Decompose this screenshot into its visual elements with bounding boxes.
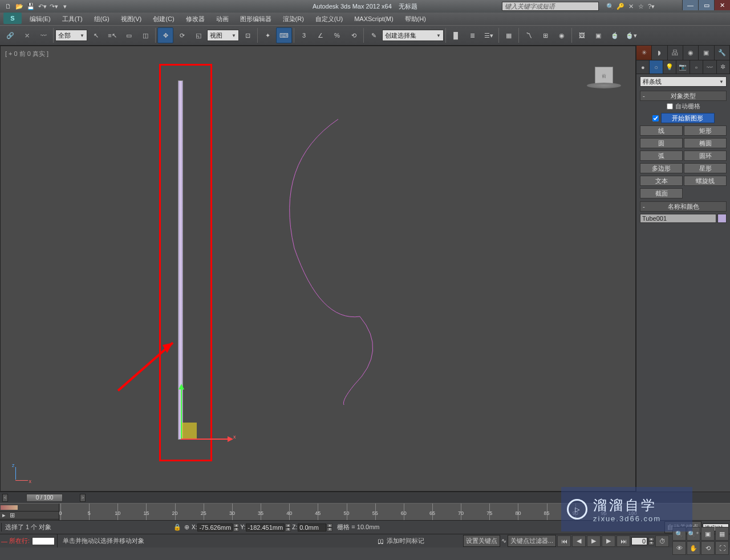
btn-rectangle[interactable]: 矩形 — [684, 125, 727, 136]
track-config-icon[interactable]: ⊞ — [8, 512, 16, 519]
render-setup-icon[interactable]: 🖼 — [574, 27, 590, 43]
zoom-extents-all-icon[interactable]: ▦ — [715, 527, 729, 541]
infocenter-fav-icon[interactable]: ☆ — [636, 2, 646, 11]
layers-icon[interactable]: ☰▾ — [481, 27, 497, 43]
align-icon[interactable]: ≣ — [464, 27, 480, 43]
script-rec-icon[interactable]: — — [1, 538, 7, 545]
select-region-rect-icon[interactable]: ▭ — [121, 27, 137, 43]
subtab-lights-icon[interactable]: 💡 — [663, 60, 676, 74]
rotate-icon[interactable]: ⟳ — [174, 27, 190, 43]
x-input[interactable]: -75.626mm — [197, 524, 233, 531]
menu-edit[interactable]: 编辑(E) — [24, 13, 56, 25]
minimize-button[interactable]: — — [682, 0, 698, 10]
fov-icon[interactable]: 👁 — [672, 541, 686, 555]
category-dropdown[interactable]: 样条线▼ — [640, 76, 727, 87]
quick-render-prod-icon[interactable]: 🍵▾ — [623, 27, 639, 43]
viewport-label[interactable]: [ + 0 前 0 真实 ] — [5, 50, 48, 58]
menu-grapheditors[interactable]: 图形编辑器 — [234, 13, 277, 25]
z-up-icon[interactable]: ▲ — [327, 524, 332, 527]
spinner-snap-icon[interactable]: ⟲ — [346, 27, 362, 43]
track-mini-icon[interactable] — [1, 505, 18, 510]
infocenter-help-icon[interactable]: ?▾ — [647, 2, 656, 11]
btn-helix[interactable]: 螺旋线 — [684, 176, 727, 186]
selection-filter-dropdown[interactable]: 全部▼ — [55, 30, 87, 41]
snap-toggle-icon[interactable]: 3 — [296, 27, 312, 43]
key-filters-button[interactable]: 关键点过滤器... — [508, 535, 556, 547]
btn-star[interactable]: 星形 — [684, 163, 727, 173]
viewcube-compass[interactable] — [587, 83, 621, 88]
bind-spacewarp-icon[interactable]: 〰 — [35, 27, 51, 43]
unlink-icon[interactable]: ⤫ — [19, 27, 35, 43]
curve-editor-icon[interactable]: 〽 — [521, 27, 537, 43]
time-config-icon[interactable]: ⏱ — [655, 535, 669, 547]
x-down-icon[interactable]: ▼ — [233, 527, 239, 531]
select-name-icon[interactable]: ≡↖ — [104, 27, 120, 43]
menu-tools[interactable]: 工具(T) — [56, 13, 88, 25]
subtab-helpers-icon[interactable]: ▫ — [690, 60, 703, 74]
infocenter-exchange-icon[interactable]: ✕ — [626, 2, 635, 11]
zoom-extents-icon[interactable]: ▣ — [701, 527, 715, 541]
ref-coord-dropdown[interactable]: 视图▼ — [207, 30, 239, 41]
menu-create[interactable]: 创建(C) — [147, 13, 180, 25]
btn-ellipse[interactable]: 椭圆 — [684, 138, 727, 148]
subtab-geometry-icon[interactable]: ● — [636, 60, 650, 74]
gizmo-xy-plane[interactable] — [181, 423, 197, 439]
angle-snap-icon[interactable]: ∠ — [313, 27, 328, 43]
manipulate-icon[interactable]: ✦ — [259, 27, 275, 43]
btn-section[interactable]: 截面 — [640, 188, 683, 198]
menu-modifiers[interactable]: 修改器 — [180, 13, 210, 25]
track-expand-icon[interactable]: ▸ — [0, 512, 8, 519]
menu-group[interactable]: 组(G) — [88, 13, 115, 25]
keyboard-shortcut-override-icon[interactable]: ⌨ — [276, 27, 292, 43]
y-input[interactable]: -182.451mm — [246, 524, 285, 531]
select-object-icon[interactable]: ↖ — [88, 27, 104, 43]
subtab-cameras-icon[interactable]: 📷 — [676, 60, 690, 74]
tab-motion-icon[interactable]: ◉ — [683, 46, 699, 60]
btn-ngon[interactable]: 多边形 — [640, 163, 683, 173]
percent-snap-icon[interactable]: % — [329, 27, 345, 43]
object-color-swatch[interactable] — [717, 214, 727, 223]
maxscript-input[interactable] — [32, 537, 55, 545]
x-up-icon[interactable]: ▲ — [233, 524, 239, 527]
viewcube[interactable]: 前 — [584, 63, 624, 103]
viewport-front[interactable]: [ + 0 前 0 真实 ] x 前 z x — [0, 46, 636, 492]
rollout-object-type[interactable]: -对象类型 — [640, 91, 727, 101]
frame-down-icon[interactable]: ▼ — [648, 541, 654, 545]
timeline-prev-icon[interactable]: < — [2, 494, 8, 502]
qat-undo-icon[interactable]: ↶▾ — [36, 1, 48, 11]
menu-animation[interactable]: 动画 — [210, 13, 234, 25]
time-tag-icon[interactable]: 🕮 — [376, 537, 384, 545]
maximize-button[interactable]: ▭ — [698, 0, 714, 10]
y-down-icon[interactable]: ▼ — [285, 527, 291, 531]
qat-open-icon[interactable]: 📂 — [14, 1, 25, 11]
pan-icon[interactable]: ✋ — [687, 541, 700, 555]
goto-end-icon[interactable]: ⏭ — [617, 535, 630, 547]
current-frame-input[interactable]: 0 — [631, 537, 647, 545]
orbit-icon[interactable]: ⟲ — [701, 541, 715, 555]
max-viewport-icon[interactable]: ⛶ — [715, 541, 729, 555]
close-button[interactable]: ✕ — [714, 0, 730, 10]
edit-named-sel-icon[interactable]: ✎ — [366, 27, 382, 43]
y-up-icon[interactable]: ▲ — [285, 524, 291, 527]
timeline-next-icon[interactable]: > — [80, 494, 86, 502]
link-icon[interactable]: 🔗 — [2, 27, 18, 43]
spline-curve[interactable] — [246, 117, 388, 408]
mirror-icon[interactable]: ▐▌ — [448, 27, 464, 43]
menu-customize[interactable]: 自定义(U) — [310, 13, 348, 25]
setkey-toggle[interactable]: 设置关键点 — [463, 535, 500, 547]
auto-grid-checkbox[interactable]: 自动栅格 — [640, 102, 727, 111]
move-icon[interactable]: ✥ — [157, 27, 173, 43]
subtab-shapes-icon[interactable]: ○ — [650, 60, 663, 74]
gizmo-x-axis[interactable] — [181, 439, 229, 440]
btn-arc[interactable]: 弧 — [640, 151, 683, 161]
qat-redo-icon[interactable]: ↷▾ — [48, 1, 59, 11]
btn-donut[interactable]: 圆环 — [684, 151, 727, 161]
menu-render[interactable]: 渲染(R) — [277, 13, 310, 25]
qat-more-icon[interactable]: ▾ — [59, 1, 71, 11]
help-search-input[interactable]: 键入关键字或短语 — [502, 2, 599, 11]
tab-utilities-icon[interactable]: 🔧 — [715, 46, 730, 60]
add-time-tag[interactable]: 添加时间标记 — [387, 537, 424, 545]
lock-icon[interactable]: 🔒 — [173, 524, 181, 531]
graphite-ribbon-icon[interactable]: ▦ — [501, 27, 517, 43]
rollout-name-color[interactable]: -名称和颜色 — [640, 201, 727, 212]
